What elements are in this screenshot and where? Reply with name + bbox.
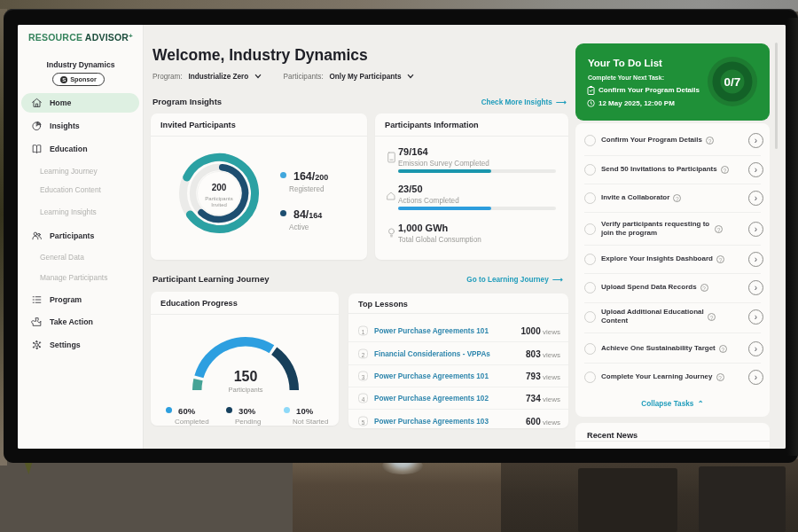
svg-text:Invited: Invited (211, 202, 227, 207)
svg-text:Participants: Participants (205, 196, 232, 201)
svg-text:200: 200 (212, 183, 227, 192)
svg-text:150: 150 (234, 369, 258, 384)
svg-text:Participants: Participants (228, 386, 262, 394)
